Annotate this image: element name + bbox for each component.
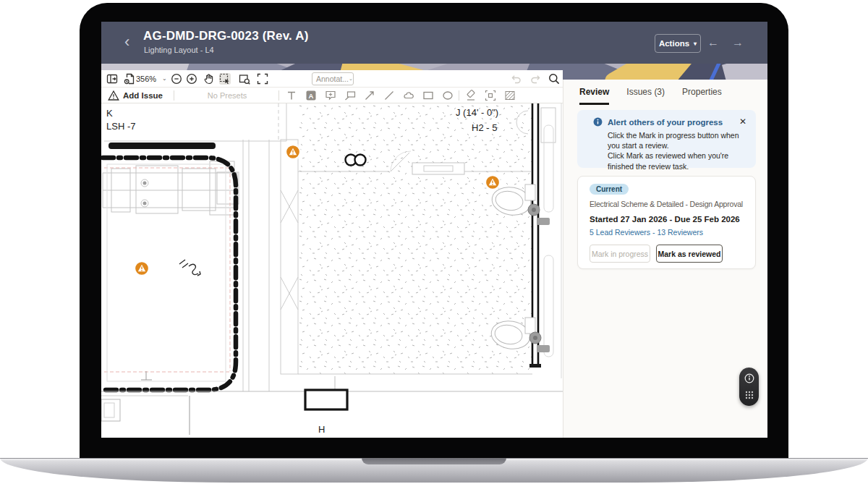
add-issue-button[interactable]: Add Issue: [123, 91, 163, 100]
status-badge: Current: [590, 184, 629, 195]
fixture-symbol: [346, 155, 366, 166]
reviewers-link[interactable]: 13 Reviewers: [657, 228, 703, 237]
area-zoom-icon[interactable]: [239, 73, 250, 85]
info-icon: [593, 117, 603, 127]
zoom-level-value[interactable]: 356%: [136, 75, 156, 83]
close-icon[interactable]: ✕: [739, 116, 746, 127]
alert-body: Click the Mark in progress button when y…: [608, 130, 749, 171]
label-tool-icon[interactable]: A: [305, 90, 317, 101]
ellipse-tool-icon[interactable]: [442, 90, 454, 101]
actions-label: Actions: [659, 39, 689, 48]
line-tool-icon[interactable]: [383, 90, 395, 101]
laptop-screen-bezel: ‹ AG-DMD-DRG-0023 (Rev. A) Lighting Layo…: [80, 3, 788, 458]
next-document-button[interactable]: →: [732, 36, 744, 49]
annotation-preset-value: Annotat...: [316, 75, 349, 83]
presets-button[interactable]: No Presets: [181, 91, 273, 100]
tab-issues[interactable]: Issues (3): [626, 87, 665, 105]
pan-hand-icon[interactable]: [203, 73, 214, 85]
fullscreen-icon[interactable]: [257, 73, 268, 85]
equipment-linework: [103, 161, 239, 215]
page-preview-icon[interactable]: [124, 73, 135, 85]
sidebar-toggle-icon[interactable]: [106, 73, 118, 85]
room-label-h2-5: H2 - 5: [472, 122, 497, 133]
zoom-level-caret-icon[interactable]: ⌄: [162, 75, 167, 82]
progress-alert: Alert others of your progress ✕ Click th…: [577, 110, 756, 168]
previous-document-button[interactable]: ←: [707, 36, 719, 49]
search-icon[interactable]: [548, 73, 560, 85]
issue-pin[interactable]: [133, 260, 151, 278]
document-title: AG-DMD-DRG-0023 (Rev. A): [143, 29, 309, 43]
svg-text:A: A: [309, 92, 314, 100]
back-button[interactable]: ‹: [124, 33, 129, 51]
shaft-linework: [243, 140, 298, 391]
alert-line-2: Click Mark as reviewed when you're finis…: [608, 150, 749, 171]
alert-line-1: Click the Mark in progress button when y…: [608, 130, 749, 150]
app-header: ‹ AG-DMD-DRG-0023 (Rev. A) Lighting Layo…: [101, 22, 767, 64]
zoom-out-icon[interactable]: [171, 73, 182, 85]
viewer-toolbar: 356% ⌄: [101, 70, 563, 88]
document-viewer: 356% ⌄: [101, 70, 563, 438]
document-subtitle: Lighting Layout - L4: [144, 46, 214, 54]
annotation-toolbar: Add Issue No Presets A: [101, 88, 563, 103]
help-floating-widget[interactable]: [739, 368, 759, 406]
grid-label-k: K: [106, 108, 113, 119]
grid-label-j: J (14' - 0"): [456, 107, 498, 118]
annotation-preset-select[interactable]: Annotat... ⌄: [312, 72, 354, 85]
issue-pin[interactable]: [284, 143, 302, 161]
transform-tool-icon[interactable]: [485, 90, 496, 101]
hatch-fill-tool-icon[interactable]: [504, 90, 516, 101]
marquee-select-icon[interactable]: [219, 73, 231, 85]
workflow-name: Electrical Scheme & Detailed - Design Ap…: [590, 200, 752, 208]
mark-as-reviewed-button[interactable]: Mark as reviewed: [656, 245, 723, 263]
review-task-card: Current Electrical Scheme & Detailed - D…: [577, 176, 756, 269]
reviewers-links: 5 Lead Reviewers - 13 Reviewers: [590, 228, 703, 237]
undo-icon[interactable]: [511, 73, 522, 85]
reviewers-separator: -: [650, 228, 657, 237]
arrow-tool-icon[interactable]: [364, 90, 375, 101]
panel-tabs: Review Issues (3) Properties: [579, 87, 722, 105]
text-tool-icon[interactable]: [286, 90, 297, 101]
grid-label-h: H: [318, 424, 325, 435]
cloud-tool-icon[interactable]: [403, 90, 414, 101]
mark-in-progress-button[interactable]: Mark in progress: [590, 245, 650, 263]
callout-tool-icon[interactable]: [344, 90, 356, 101]
switch-symbol: [179, 260, 200, 276]
info-circle-icon[interactable]: [744, 373, 754, 383]
alert-title: Alert others of your progress: [608, 118, 723, 127]
keypad-icon[interactable]: [744, 390, 754, 400]
laptop-lid-notch: [362, 458, 506, 464]
plan-black-rectangle: [305, 390, 347, 409]
lead-reviewers-link[interactable]: 5 Lead Reviewers: [590, 228, 650, 237]
highlighter-tool-icon[interactable]: [465, 90, 477, 101]
add-issue-warning-icon[interactable]: [108, 90, 119, 101]
actions-button[interactable]: Actions ▾: [655, 34, 701, 53]
tab-review[interactable]: Review: [579, 87, 609, 105]
review-dates: Started 27 Jan 2026 - Due 25 Feb 2026: [590, 215, 740, 224]
zoom-in-icon[interactable]: [186, 73, 197, 85]
wall-header-bar: [109, 143, 216, 149]
drawing-canvas[interactable]: K LSH -7 J (14' - 0") H2 - 5 H: [101, 103, 563, 435]
comment-tool-icon[interactable]: [325, 90, 336, 101]
room-label-lsh7: LSH -7: [106, 121, 135, 132]
chevron-down-icon: ▾: [694, 41, 697, 47]
review-side-panel: Review Issues (3) Properties Alert other…: [563, 80, 767, 438]
tab-properties[interactable]: Properties: [682, 87, 722, 105]
screen-content: ‹ AG-DMD-DRG-0023 (Rev. A) Lighting Layo…: [101, 22, 767, 438]
redo-icon[interactable]: [529, 73, 541, 85]
chevron-down-icon: ⌄: [349, 76, 353, 82]
rectangle-tool-icon[interactable]: [422, 90, 434, 101]
issue-pin[interactable]: [484, 174, 502, 192]
